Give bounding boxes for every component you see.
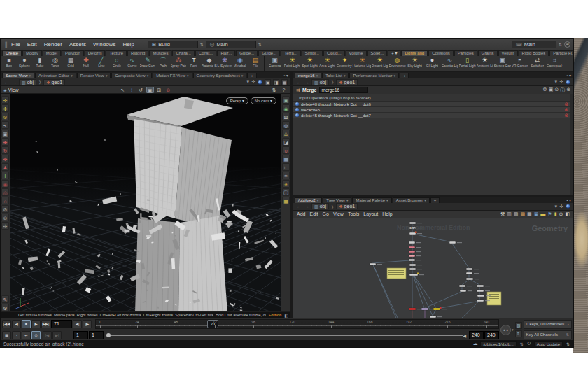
show-handles-icon[interactable]: ✛ bbox=[1, 96, 9, 104]
scene-add-tab[interactable]: + bbox=[247, 73, 257, 78]
shelf-tool-platonic-solids[interactable]: ◆Platonic Solids bbox=[202, 56, 217, 71]
param-tab-take-list[interactable]: Take List▾ bbox=[322, 73, 349, 78]
shelf-tab-chara[interactable]: Chara... bbox=[172, 50, 194, 56]
pin-icon[interactable]: ✛ bbox=[251, 79, 255, 85]
shelf-tool-sky-light[interactable]: ☀Sky Light bbox=[406, 56, 424, 71]
shelf-tool-stereo-camera[interactable]: ▣Stereo Camera bbox=[493, 56, 511, 71]
search-icon[interactable]: ⊙ bbox=[554, 87, 559, 94]
key-options-caret[interactable]: ▾ bbox=[512, 328, 514, 332]
shelf-tab-guide[interactable]: Guide... bbox=[236, 50, 258, 56]
menu-help[interactable]: Help bbox=[119, 41, 137, 48]
breadcrumb-root[interactable]: ▥obj bbox=[312, 203, 329, 209]
translate-icon[interactable]: ✚ bbox=[1, 138, 9, 146]
shelf-tool-metaball[interactable]: ◉Metaball bbox=[232, 56, 248, 71]
network-tab-obj-geo2[interactable]: /obj/geo2▾ bbox=[295, 197, 322, 203]
shelf-tool-path[interactable]: ⌒Path bbox=[155, 56, 171, 71]
gear-icon[interactable]: ⚙ bbox=[542, 87, 547, 94]
snap-magnet-icon[interactable]: ∪ bbox=[282, 146, 290, 154]
delete-input-icon[interactable]: ⊗ bbox=[564, 107, 568, 112]
shelf-tab-collisions[interactable]: Collisions bbox=[428, 50, 454, 56]
delete-input-icon[interactable]: ⊗ bbox=[564, 102, 568, 106]
forward-icon[interactable]: → bbox=[11, 79, 17, 85]
audio-options-icon[interactable]: ◔ bbox=[12, 331, 21, 340]
shelf-tool-portal-light[interactable]: ▯Portal Light bbox=[458, 56, 476, 71]
palette-icon[interactable]: ▩ bbox=[520, 211, 525, 217]
shelf-tab-grains[interactable]: Grains bbox=[478, 50, 498, 56]
shelf-tool-circle[interactable]: ○Circle bbox=[109, 56, 125, 71]
visibility-icon[interactable]: ◉ bbox=[282, 104, 290, 112]
box-icon[interactable]: ▮ bbox=[554, 211, 557, 217]
network-tab-material-palette[interactable]: Material Palette▾ bbox=[352, 197, 391, 203]
note-icon[interactable]: ▬ bbox=[540, 211, 545, 217]
shelf-tab-terra[interactable]: Terra... bbox=[281, 50, 301, 56]
range-end-field[interactable]: 240 bbox=[469, 331, 484, 340]
channel-list-icon[interactable]: ≡ bbox=[515, 330, 522, 337]
input-operator-row[interactable]: delete45 through Network Dot __dot7⊗ bbox=[293, 113, 573, 118]
shelf-tool-ambient-light[interactable]: ☀Ambient Light bbox=[476, 56, 493, 71]
magnet-icon[interactable]: ∩ bbox=[1, 197, 9, 204]
update-mode-selector[interactable]: Auto Update bbox=[534, 341, 563, 346]
scene-tab-animation-editor[interactable]: Animation Editor▾ bbox=[35, 73, 76, 78]
link-indicator-icon[interactable] bbox=[566, 80, 570, 85]
input-operator-row[interactable]: filecache5⊗ bbox=[293, 107, 573, 113]
shelf-tab-polygon[interactable]: Polygon bbox=[62, 50, 84, 56]
scene-tab-geometry-spreadsheet[interactable]: Geometry Spreadsheet▾ bbox=[193, 73, 247, 78]
link-indicator-icon[interactable] bbox=[566, 204, 570, 209]
rotate-icon[interactable]: ↻ bbox=[1, 146, 9, 154]
shelf-tool-font[interactable]: TFont bbox=[186, 56, 202, 71]
layout-quad-icon[interactable]: ▦ bbox=[281, 79, 288, 85]
shelf-tab-deform[interactable]: Deform bbox=[85, 50, 106, 56]
shelf-tab-particles[interactable]: Particles bbox=[454, 50, 477, 56]
set-key-button[interactable]: ⊶ bbox=[500, 325, 511, 335]
shelf-tool-null[interactable]: ✚Null bbox=[78, 56, 94, 71]
shelf-tab-simpl[interactable]: Simpl... bbox=[302, 50, 323, 56]
shelf-tab-modify[interactable]: Modify bbox=[22, 50, 42, 56]
pose-tool-icon[interactable]: ♟ bbox=[1, 163, 9, 171]
realtime-toggle-icon[interactable]: ⊙ bbox=[31, 331, 41, 340]
global-start-field[interactable]: 1 bbox=[74, 331, 88, 340]
main-toolbar-selector[interactable]: ⌨ Main bbox=[512, 41, 556, 48]
network-menu-help[interactable]: Help bbox=[382, 211, 392, 216]
shelf-tab-vellum[interactable]: Vellum bbox=[498, 50, 518, 56]
shelf-tab-volume[interactable]: Volume bbox=[346, 50, 367, 56]
scrollbar[interactable] bbox=[570, 94, 573, 195]
scoped-channels-icon[interactable]: ▧ bbox=[515, 322, 522, 329]
shelf-tab-rigid-bodies[interactable]: Rigid Bodies bbox=[519, 50, 550, 56]
shelf-tool-vr-camera[interactable]: ◓VR Camera bbox=[511, 56, 528, 71]
camera-icon[interactable]: ▣ bbox=[282, 96, 290, 104]
grid-icon[interactable]: ▦ bbox=[282, 155, 290, 162]
forward-icon[interactable]: → bbox=[304, 203, 309, 209]
refresh-icon[interactable]: ↻ bbox=[527, 341, 531, 346]
shelf-tool-l-system[interactable]: ❋L-System bbox=[217, 56, 232, 71]
desktop-selector[interactable]: ⊞ Build bbox=[148, 41, 198, 48]
scene-tab-composite-view[interactable]: Composite View▾ bbox=[111, 73, 152, 78]
back-icon[interactable]: ← bbox=[296, 203, 302, 209]
breadcrumb-root[interactable]: ▥obj bbox=[19, 79, 36, 85]
scene-tab-scene-view[interactable]: Scene View▾ bbox=[2, 73, 34, 78]
link-indicator-icon[interactable] bbox=[258, 80, 262, 85]
delete-input-icon[interactable]: ⊗ bbox=[564, 113, 568, 118]
no-snap-icon[interactable]: ⊘ bbox=[164, 87, 172, 93]
tools-icon[interactable]: ⚒ bbox=[500, 211, 505, 217]
world-icon[interactable]: ◍ bbox=[282, 121, 290, 129]
keys-channels-button[interactable]: 0 keys, 0/0 channels ▴ bbox=[524, 320, 572, 329]
network-menu-add[interactable]: Add bbox=[297, 211, 305, 216]
input-operator-row[interactable]: delete40 through Network Dot __dot6⊗ bbox=[293, 102, 573, 107]
network-menu-tools[interactable]: Tools bbox=[348, 211, 359, 216]
help-icon[interactable]: ⊕ bbox=[566, 87, 570, 94]
persp-selector[interactable]: Persp ▾ bbox=[226, 97, 248, 104]
breadcrumb-node[interactable]: ❖geo1 bbox=[336, 79, 358, 85]
shelf-tab-texture[interactable]: Texture bbox=[106, 50, 127, 56]
breadcrumb-node[interactable]: ❖geo1 bbox=[43, 79, 65, 85]
range-end-step[interactable]: ▶| bbox=[52, 331, 62, 340]
select-box-icon[interactable]: ▣ bbox=[1, 130, 9, 137]
path-dropdown-icon[interactable]: ▾ bbox=[555, 79, 558, 85]
keyframe-icon[interactable]: ⚙ bbox=[1, 113, 9, 120]
viewport-3d[interactable]: Persp ▾ No cam ▾ bbox=[10, 94, 281, 312]
param-tab-performance-monitor[interactable]: Performance Monitor▾ bbox=[349, 73, 399, 78]
radial-menu-selector[interactable]: ◎ Main bbox=[206, 41, 256, 48]
next-frame-button[interactable]: |▶ bbox=[83, 320, 92, 328]
shelf-tool-curve[interactable]: ∿Curve bbox=[125, 56, 140, 71]
shelf-tool-environment-light[interactable]: ◍Environment Light bbox=[388, 56, 406, 71]
select-icon[interactable]: ↖ bbox=[1, 121, 9, 129]
